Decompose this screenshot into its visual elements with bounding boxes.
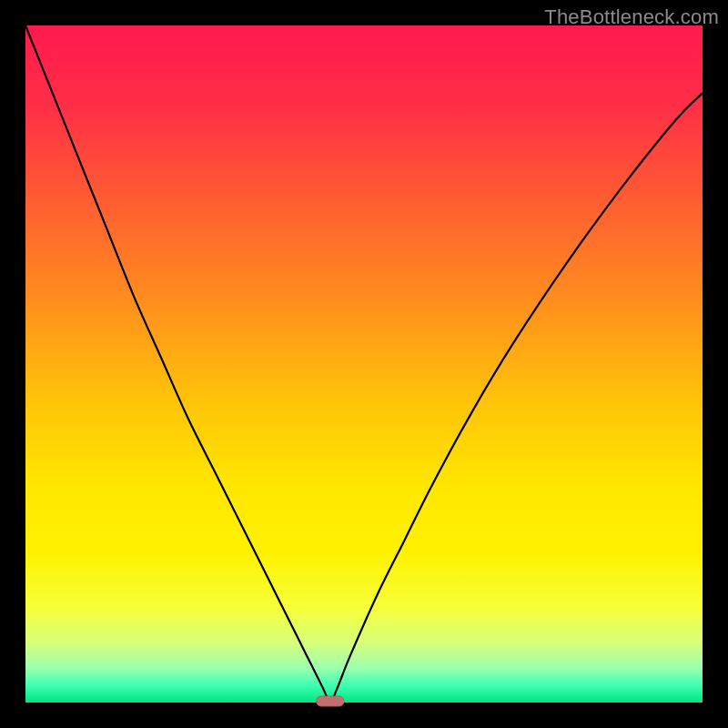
match-marker bbox=[317, 696, 344, 706]
chart-container: TheBottleneck.com bbox=[0, 0, 728, 728]
watermark-text: TheBottleneck.com bbox=[544, 5, 719, 29]
plot-background bbox=[25, 25, 703, 703]
bottleneck-chart bbox=[0, 0, 728, 728]
